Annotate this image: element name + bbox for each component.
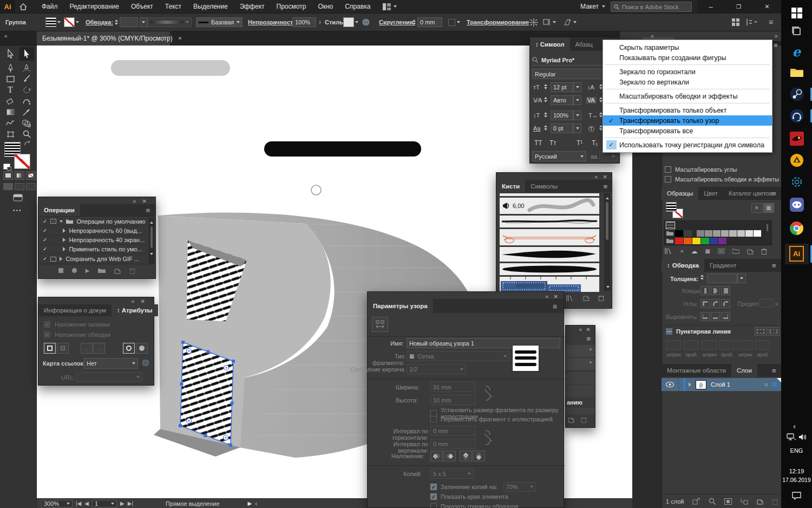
kerning-caret[interactable]	[573, 95, 581, 105]
tab-paragraph[interactable]: Абзац	[570, 37, 598, 51]
dash-field-1[interactable]	[666, 340, 681, 350]
superscript-button[interactable]: T¹	[577, 139, 582, 147]
distribute-icon[interactable]	[543, 18, 556, 26]
corners-field[interactable]: 0 mm	[412, 17, 442, 27]
workspace-switcher-icon[interactable]	[383, 3, 397, 10]
status-expand-icon[interactable]: ▶	[248, 501, 252, 506]
panel-close-icon[interactable]: ✕	[586, 327, 591, 333]
stock-search-input[interactable]: Поиск в Adobe Stock	[611, 2, 692, 12]
opacity-label[interactable]: Непрозрачность:	[248, 19, 299, 25]
subscript-button[interactable]: T₁	[592, 139, 598, 147]
new-style-icon[interactable]	[568, 416, 574, 423]
reverse-path-on-button[interactable]	[136, 343, 148, 354]
tab-stroke[interactable]: ↕Обводка	[662, 259, 704, 272]
trash-icon[interactable]	[581, 416, 587, 423]
menu-view[interactable]: Просмотр	[271, 0, 312, 14]
clock-date[interactable]: 17.06.2019	[781, 477, 812, 483]
swatch-chip[interactable]	[697, 230, 704, 237]
default-fill-stroke-icon[interactable]	[3, 164, 10, 170]
network-icon[interactable]	[787, 433, 796, 441]
list-view-button[interactable]: ≡	[751, 203, 762, 213]
stroke-color-dropdown[interactable]	[64, 17, 79, 27]
gap-field-2[interactable]	[719, 340, 735, 350]
minimize-button[interactable]: –	[709, 3, 713, 11]
fill-color-dropdown[interactable]	[45, 17, 61, 27]
selection-tool[interactable]	[3, 47, 18, 61]
layer-selection-indicator[interactable]	[772, 382, 777, 387]
tab-color[interactable]: Цвет	[698, 187, 723, 200]
draw-inside-mode[interactable]	[26, 183, 36, 190]
brush-calligraphic[interactable]: 6,00	[500, 198, 599, 214]
show-center-button[interactable]	[44, 343, 56, 354]
layer-thumbnail[interactable]: p	[696, 380, 706, 389]
red-eye-app-icon[interactable]	[789, 131, 804, 146]
panel-close-icon[interactable]: ✕	[141, 299, 145, 304]
swatch-chip[interactable]	[710, 238, 718, 244]
gray-capsule-shape[interactable]	[111, 60, 230, 76]
baseline-field[interactable]: 0 pt	[551, 123, 573, 133]
action-row[interactable]: ✓ Непрозрачность 40 экран...	[38, 236, 147, 245]
all-caps-button[interactable]: TT	[534, 139, 542, 147]
style-row[interactable]	[566, 372, 595, 384]
hamburger-icon[interactable]: ≡	[769, 18, 773, 26]
isolate-icon[interactable]	[448, 19, 460, 26]
tab-document-info[interactable]: Информация о докум	[38, 304, 112, 316]
pattern-swatch[interactable]	[666, 222, 675, 229]
menu-select[interactable]: Выделение	[187, 0, 234, 14]
folder-icon[interactable]	[666, 230, 673, 236]
menu-file[interactable]: Файл	[36, 0, 64, 14]
swatches-fill-proxy[interactable]	[666, 202, 677, 212]
kerning-field[interactable]: Авто	[551, 95, 573, 105]
brush-oval[interactable]	[500, 263, 599, 275]
align-center-button[interactable]	[700, 312, 710, 321]
menu-item-show-on-create[interactable]: Показывать при создании фигуры	[603, 53, 772, 63]
visibility-eye-icon[interactable]	[666, 382, 674, 387]
color-button[interactable]	[3, 171, 13, 180]
panel-close-icon[interactable]: ✕	[142, 199, 147, 204]
task-view-button[interactable]	[789, 24, 804, 38]
gradient-button[interactable]	[15, 171, 24, 180]
brush-charcoal[interactable]	[500, 216, 599, 227]
folder-icon[interactable]	[98, 268, 106, 273]
yellow-triangle-app-icon[interactable]	[789, 153, 804, 167]
snap-options-icon[interactable]	[746, 18, 757, 26]
style-row[interactable]	[566, 385, 595, 397]
new-brush-icon[interactable]	[583, 295, 590, 301]
steam-icon[interactable]	[789, 87, 804, 101]
action-row[interactable]: ✓ Применить стиль по умо...	[38, 245, 147, 254]
actions-scrollbar[interactable]	[149, 218, 154, 263]
align-inside-button[interactable]	[711, 312, 720, 321]
voice-app-icon[interactable]	[789, 108, 804, 123]
restore-button[interactable]: ❐	[736, 4, 741, 10]
brush-row-partial[interactable]	[500, 193, 599, 196]
width-profile-dropdown[interactable]	[147, 17, 192, 27]
font-size-field[interactable]: 12 pt	[551, 82, 573, 92]
collect-export-icon[interactable]	[692, 498, 700, 505]
cap-butt-button[interactable]	[700, 286, 710, 295]
brush-definition-dropdown[interactable]: Базовая	[196, 17, 243, 27]
menu-item-hide-options[interactable]: Скрыть параметры	[603, 42, 772, 53]
styles-menu-icon[interactable]: ≡	[586, 335, 591, 342]
edge-icon[interactable]: e	[789, 44, 804, 59]
menu-type[interactable]: Текст	[159, 0, 187, 14]
layer-row[interactable]: p Слой 1 ○	[662, 378, 781, 391]
dash-preserve-button[interactable]	[755, 327, 767, 336]
vscale-caret[interactable]	[573, 110, 581, 120]
swatch-chip[interactable]	[721, 230, 729, 237]
screen-mode-icon[interactable]	[13, 194, 23, 201]
panel-collapse-icon[interactable]: «	[133, 199, 136, 204]
record-icon[interactable]	[72, 268, 77, 273]
trash-icon[interactable]	[598, 295, 604, 301]
dash-align-button[interactable]	[768, 327, 780, 336]
document-tab[interactable]: Безымянный-1* @ 300% (CMYK/Просмотр) ✕	[37, 31, 170, 45]
style-row-text-partial[interactable]: анию	[567, 399, 582, 406]
layer-expand-icon[interactable]	[689, 382, 691, 387]
transform-label[interactable]: Трансформирование	[467, 19, 529, 25]
brushes-menu-icon[interactable]: ≡	[603, 183, 607, 190]
stroke-weight-caret[interactable]	[737, 273, 746, 283]
scale-strokes-checkbox[interactable]: Масштабировать обводки и эффекты	[665, 176, 779, 183]
illustrator-taskbar-icon[interactable]: Ai	[789, 246, 804, 261]
volume-icon[interactable]	[798, 433, 807, 441]
black-capsule-shape[interactable]	[264, 141, 421, 157]
brush-denim-pattern[interactable]	[500, 277, 599, 292]
